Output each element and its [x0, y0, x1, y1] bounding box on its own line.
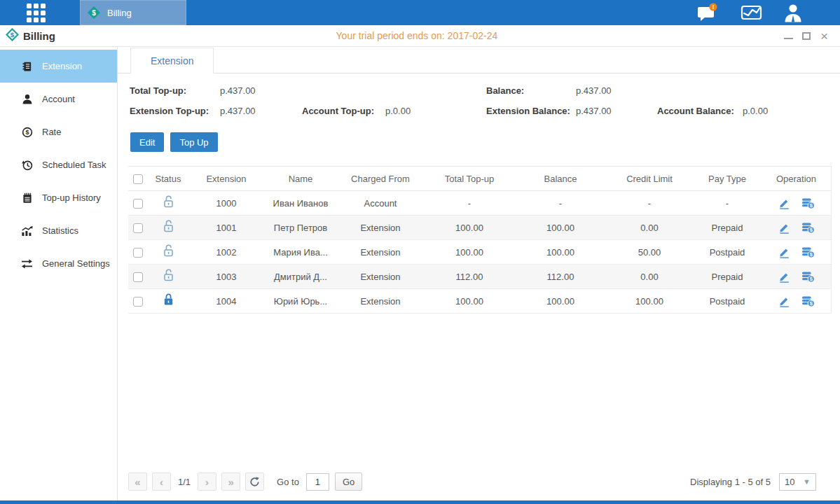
topup-coins-icon[interactable]: $ — [801, 246, 815, 258]
cell-extension: 1000 — [188, 191, 264, 216]
cell-credit-limit: 0.00 — [606, 265, 693, 289]
cell-extension: 1002 — [188, 240, 264, 265]
sidebar-item-statistics[interactable]: Statistics — [0, 214, 117, 247]
summary-balance: Balance: p.437.00 — [486, 85, 657, 96]
edit-pencil-icon[interactable] — [778, 246, 790, 258]
table-row-extension-1002: 1002Мария Ива...Extension100.00100.0050.… — [128, 240, 832, 265]
edit-pencil-icon[interactable] — [778, 271, 790, 283]
sidebar-item-rate[interactable]: $Rate — [0, 115, 117, 148]
statistics-icon — [21, 225, 33, 237]
chevron-down-icon: ▼ — [803, 477, 811, 486]
cell-status — [148, 265, 188, 289]
window-title: Billing — [23, 30, 55, 42]
cell-charged-from: Extension — [337, 265, 424, 289]
svg-text:!: ! — [712, 4, 715, 10]
cell-charged-from: Extension — [337, 240, 424, 265]
lock-open-icon[interactable] — [163, 269, 174, 282]
column-header-balance: Balance — [515, 167, 606, 191]
arrows-exchange-icon — [21, 258, 33, 270]
user-icon[interactable] — [783, 4, 803, 22]
app-body: ExtensionAccount$RateScheduled TaskTop-u… — [0, 47, 840, 500]
cell-operation: $ — [762, 240, 832, 265]
sidebar-item-label: Scheduled Task — [42, 160, 106, 170]
edit-pencil-icon[interactable] — [778, 295, 790, 307]
taskbar-billing-tab[interactable]: $ Billing — [80, 0, 186, 25]
tab-extension[interactable]: Extension — [130, 48, 214, 74]
cell-operation: $ — [762, 265, 832, 289]
topup-coins-icon[interactable]: $ — [801, 295, 815, 307]
monitor-chart-icon[interactable] — [741, 4, 762, 22]
cell-status — [148, 289, 188, 314]
cell-status — [148, 240, 188, 265]
minimize-icon[interactable] — [784, 33, 793, 39]
row-checkbox[interactable] — [133, 199, 143, 209]
table-header-row: StatusExtensionNameCharged FromTotal Top… — [128, 167, 832, 191]
table-row-extension-1000: 1000Иван ИвановAccount----$ — [128, 191, 832, 216]
summary-extension-balance: Extension Balance: p.437.00 — [486, 106, 657, 116]
cell-pay-type: Prepaid — [693, 265, 762, 289]
pagination-right: Displaying 1 - 5 of 5 10 ▼ — [690, 473, 816, 491]
extension-table: StatusExtensionNameCharged FromTotal Top… — [128, 166, 832, 314]
refresh-icon — [249, 477, 260, 487]
cell-total-topup: - — [424, 191, 515, 216]
cell-name: Юрий Юрь... — [264, 289, 337, 314]
edit-pencil-icon[interactable] — [778, 222, 790, 234]
edit-button[interactable]: Edit — [130, 132, 164, 152]
goto-page-input[interactable] — [306, 473, 329, 491]
messages-icon[interactable]: ! — [696, 3, 719, 22]
topup-coins-icon[interactable]: $ — [801, 197, 815, 209]
cell-total-topup: 112.00 — [424, 265, 515, 289]
cell-pay-type: - — [693, 191, 762, 216]
column-header-name: Name — [264, 167, 337, 191]
next-page-button[interactable]: › — [198, 472, 216, 491]
row-checkbox[interactable] — [133, 248, 143, 258]
edit-pencil-icon[interactable] — [778, 197, 790, 209]
column-header-total-top-up: Total Top-up — [424, 167, 515, 191]
cell-pay-type: Postpaid — [693, 240, 762, 265]
sidebar-item-account[interactable]: Account — [0, 83, 117, 115]
clock-history-icon — [21, 160, 33, 171]
row-checkbox[interactable] — [133, 297, 143, 307]
last-page-button[interactable]: » — [221, 472, 240, 491]
dollar-circle-icon: $ — [21, 127, 33, 138]
row-checkbox[interactable] — [133, 223, 143, 233]
trial-period-message: Your trial period ends on: 2017-02-24 — [336, 30, 498, 41]
top-up-button[interactable]: Top Up — [170, 132, 217, 152]
sidebar-item-general-settings[interactable]: General Settings — [0, 247, 117, 280]
app-grid-icon[interactable] — [27, 4, 46, 22]
lock-open-icon[interactable] — [163, 220, 174, 233]
sidebar-item-scheduled-task[interactable]: Scheduled Task — [0, 148, 117, 181]
window-title-group: $ Billing — [0, 28, 55, 44]
first-page-button[interactable]: « — [128, 472, 147, 491]
lock-open-icon[interactable] — [163, 244, 174, 258]
topup-coins-icon[interactable]: $ — [801, 222, 815, 234]
sidebar-item-label: Top-up History — [42, 192, 101, 203]
taskbar-tab-label: Billing — [107, 8, 132, 18]
go-button[interactable]: Go — [335, 472, 362, 491]
sidebar-item-extension[interactable]: Extension — [0, 50, 117, 83]
cell-credit-limit: 50.00 — [606, 240, 693, 265]
topup-coins-icon[interactable]: $ — [801, 271, 815, 283]
cell-name: Иван Иванов — [264, 191, 337, 216]
close-icon[interactable]: × — [820, 31, 829, 41]
cell-charged-from: Extension — [337, 289, 424, 314]
cell-balance: - — [515, 191, 606, 216]
lock-closed-icon[interactable] — [163, 293, 174, 307]
billing-diamond-icon: $ — [6, 28, 19, 44]
prev-page-button[interactable]: ‹ — [152, 472, 171, 491]
billing-diamond-icon: $ — [87, 6, 101, 20]
page-size-select[interactable]: 10 ▼ — [779, 473, 816, 491]
maximize-icon[interactable] — [802, 32, 811, 40]
sidebar-item-top-up-history[interactable]: Top-up History — [0, 181, 117, 214]
select-all-checkbox[interactable] — [133, 174, 143, 184]
cell-total-topup: 100.00 — [424, 289, 515, 314]
cell-credit-limit: - — [606, 191, 693, 216]
lock-open-icon[interactable] — [163, 195, 174, 209]
cell-extension: 1003 — [188, 265, 264, 289]
sidebar-item-label: Extension — [42, 61, 82, 71]
window-controls: × — [784, 31, 840, 41]
cell-charged-from: Extension — [337, 216, 424, 240]
refresh-button[interactable] — [245, 472, 264, 491]
tab-strip: Extension — [118, 47, 840, 74]
row-checkbox[interactable] — [133, 272, 143, 282]
